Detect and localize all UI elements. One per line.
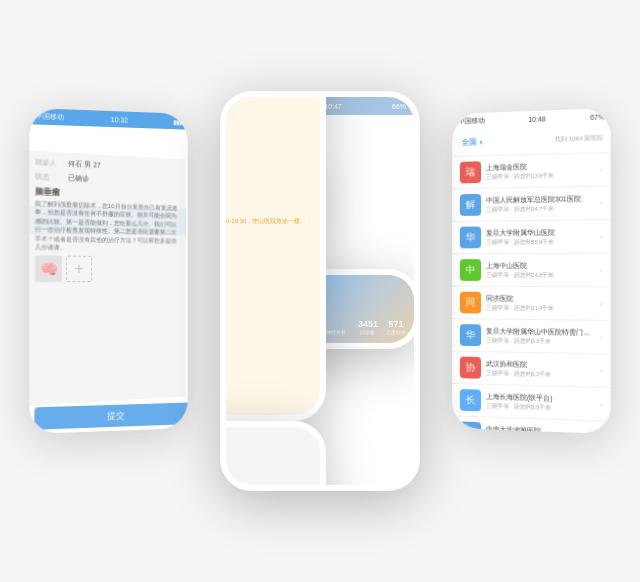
count-prefix: 找到 xyxy=(555,136,567,142)
schedule-notice: ! 周一、两三、南四上午 9:30-10:30，华山医院急诊一楼... xyxy=(220,91,326,421)
status-value: 已确诊 xyxy=(68,173,89,184)
hospital-item-2[interactable]: 华 复旦大学附属华山医院 三级甲等 · 距您约55.9千米 › xyxy=(452,220,610,254)
center-battery: 66% xyxy=(392,103,406,110)
hospital-count: 找到 1064 家医院 xyxy=(555,134,603,145)
submit-button[interactable]: 提交 xyxy=(35,403,188,430)
stat-rating: 571 态度好评 xyxy=(386,319,406,335)
phone-right: 中国移动 10:48 67% 全国 ▼ 找到 1064 家医院 瑞 上海瑞金医院… xyxy=(452,108,610,434)
hospital-avatar-4: 同 xyxy=(460,292,481,314)
patient-value: 何石 男 27 xyxy=(68,159,101,171)
status-label: 状态 xyxy=(35,171,68,183)
hospital-arrow-8: › xyxy=(600,433,603,434)
hospital-name-1: 中国人民解放军总医院301医院 xyxy=(486,194,595,206)
hospital-arrow-0: › xyxy=(600,165,603,174)
hospital-avatar-2: 华 xyxy=(460,227,481,249)
add-image-button[interactable]: + xyxy=(66,256,92,283)
hospital-item-0[interactable]: 瑞 上海瑞金医院 三级甲等 · 距您约13.8千米 › xyxy=(452,153,610,190)
phone-center: •••••中国移动 10:47 66% ‹ 秦 秦智勇 主任医师 教授 复旦大学… xyxy=(220,91,420,491)
stat-label-0: 问诊量 xyxy=(358,329,378,335)
hospital-avatar-0: 瑞 xyxy=(460,161,481,183)
notice-text: 周一、两三、南四上午 9:30-10:30，华山医院急诊一楼... xyxy=(220,217,305,226)
hospital-arrow-7: › xyxy=(600,400,603,409)
center-time: 10:47 xyxy=(324,103,342,110)
status-field: 状态 已确诊 xyxy=(35,171,180,187)
hospital-arrow-3: › xyxy=(600,265,603,274)
hospital-info-6: 武汉协和医院 三级甲等 · 距您约0.2千米 xyxy=(486,359,595,380)
hospital-info-3: 上海中山医院 三级甲等 · 距您约14.8千米 xyxy=(486,261,595,279)
hospital-meta-1: 三级甲等 · 距您约34.7千米 xyxy=(486,205,595,214)
hospital-item-3[interactable]: 中 上海中山医院 三级甲等 · 距您约14.8千米 › xyxy=(452,254,610,288)
hospital-meta-4: 三级甲等 · 距您约11.4千米 xyxy=(486,305,595,313)
hospital-avatar-8: 湘 xyxy=(460,421,481,434)
right-time: 10:48 xyxy=(528,115,545,123)
hospital-arrow-5: › xyxy=(600,332,603,341)
left-status-icons: ▮▮▮ xyxy=(173,118,182,125)
doctor-stats: 3451 问诊量 571 态度好评 xyxy=(358,319,406,335)
count-number: 1064 xyxy=(569,135,583,142)
hospital-avatar-6: 协 xyxy=(460,357,481,379)
hospital-arrow-1: › xyxy=(600,198,603,207)
hospital-item-4[interactable]: 同 同济医院 三级甲等 · 距您约11.4千米 › xyxy=(452,287,610,321)
scene: 中国移动 10:32 ▮▮▮ ‹ 病情主诉 就诊人 何石 男 27 状态 已确诊… xyxy=(30,31,610,551)
count-suffix: 家医院 xyxy=(584,135,603,142)
hospital-name-8: 中南大学湘雅医院 xyxy=(486,424,595,434)
hospital-info-2: 复旦大学附属华山医院 三级甲等 · 距您约55.9千米 xyxy=(486,227,595,246)
location-label: 全国 xyxy=(462,137,477,148)
complaint-text: 我了解到颅垂瘤切除术，您10月份分复查自己有复况道奉，但您是否没有任何不舒服的症… xyxy=(35,199,180,253)
hospital-info-7: 上海长海医院(联平台) 三级甲等 · 距您约3.9千米 xyxy=(486,392,595,413)
left-content: 就诊人 何石 男 27 状态 已确诊 脑垂瘤 我了解到颅垂瘤切除术，您10月份分… xyxy=(29,150,185,405)
hospital-arrow-4: › xyxy=(600,299,603,308)
past-section-label: 过去时间 xyxy=(220,421,326,491)
patient-label: 就诊人 xyxy=(35,157,68,169)
hospital-info-0: 上海瑞金医院 三级甲等 · 距您约13.8千米 xyxy=(486,160,595,181)
right-battery: 67% xyxy=(590,113,604,121)
hospital-meta-3: 三级甲等 · 距您约14.8千米 xyxy=(486,272,595,279)
stat-num-0: 3451 xyxy=(358,319,378,329)
hospital-item-6[interactable]: 协 武汉协和医院 三级甲等 · 距您约0.2千米 › xyxy=(452,352,610,389)
hospital-name-5: 复旦大学附属华山中医院特需门诊部 xyxy=(486,326,595,338)
phone-left: 中国移动 10:32 ▮▮▮ ‹ 病情主诉 就诊人 何石 男 27 状态 已确诊… xyxy=(29,108,187,434)
right-nav-bar: 全国 ▼ 找到 1064 家医院 xyxy=(454,124,610,157)
hospital-item-1[interactable]: 解 中国人民解放军总医院301医院 三级甲等 · 距您约34.7千米 › xyxy=(452,186,610,221)
hospital-meta-2: 三级甲等 · 距您约55.9千米 xyxy=(486,239,595,247)
stat-num-1: 571 xyxy=(386,319,406,329)
hospital-info-4: 同济医院 三级甲等 · 距您约11.4千米 xyxy=(486,294,595,313)
hospital-meta-5: 三级甲等 · 距您约0.2千米 xyxy=(486,337,595,346)
hospital-avatar-3: 中 xyxy=(460,259,481,281)
hospital-name-2: 复旦大学附属华山医院 xyxy=(486,227,595,238)
hospital-info-1: 中国人民解放军总医院301医院 三级甲等 · 距您约34.7千米 xyxy=(486,194,595,214)
hospital-arrow-2: › xyxy=(600,232,603,241)
right-carrier: 中国移动 xyxy=(458,116,485,127)
hospital-list: 瑞 上海瑞金医院 三级甲等 · 距您约13.8千米 › 解 中国人民解放军总医院… xyxy=(452,153,610,434)
hospital-meta-0: 三级甲等 · 距您约13.8千米 xyxy=(486,172,595,181)
hospital-avatar-7: 长 xyxy=(460,389,481,411)
hospital-name-4: 同济医院 xyxy=(486,294,595,305)
chevron-down-icon: ▼ xyxy=(478,139,484,145)
stat-consultations: 3451 问诊量 xyxy=(358,319,378,335)
location-selector[interactable]: 全国 ▼ xyxy=(462,137,484,148)
hospital-name-3: 上海中山医院 xyxy=(486,261,595,271)
hospital-avatar-1: 解 xyxy=(460,194,481,216)
hospital-info-5: 复旦大学附属华山中医院特需门诊部 三级甲等 · 距您约0.2千米 xyxy=(486,326,595,346)
hospital-item-7[interactable]: 长 上海长海医院(联平台) 三级甲等 · 距您约3.9千米 › xyxy=(452,384,610,422)
hospital-info-8: 中南大学湘雅医院 三级甲等 · 距您约35.9千米 xyxy=(486,424,595,434)
stat-label-1: 态度好评 xyxy=(386,329,406,335)
hospital-item-5[interactable]: 华 复旦大学附属华山中医院特需门诊部 三级甲等 · 距您约0.2千米 › xyxy=(452,319,610,354)
hospital-arrow-6: › xyxy=(600,366,603,375)
left-carrier: 中国移动 xyxy=(35,111,64,122)
image-row: 🧠 + xyxy=(35,256,180,283)
left-status-bar: 中国移动 10:32 ▮▮▮ xyxy=(29,108,187,130)
hospital-avatar-5: 华 xyxy=(460,324,481,346)
hospital-meta-6: 三级甲等 · 距您约0.2千米 xyxy=(486,370,595,380)
left-time: 10:32 xyxy=(111,116,128,124)
left-battery: ▮▮▮ xyxy=(173,118,182,125)
image-thumb: 🧠 xyxy=(35,256,62,283)
